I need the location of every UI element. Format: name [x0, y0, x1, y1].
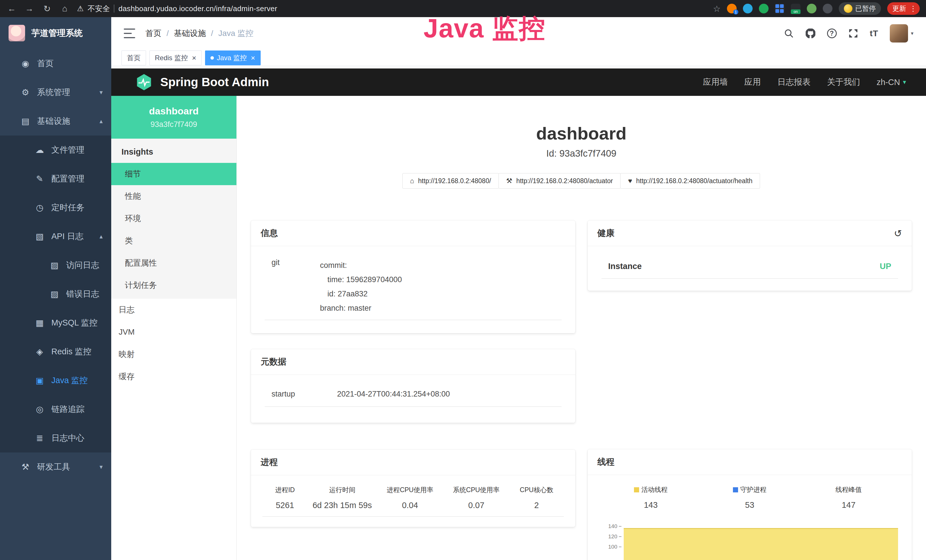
fullscreen-icon[interactable] [848, 28, 858, 38]
back-icon[interactable]: ← [6, 4, 17, 14]
extension-icon-leaf[interactable] [807, 4, 817, 14]
close-icon[interactable]: × [192, 54, 196, 62]
cell-value: 147 [799, 497, 898, 516]
sba-content: dashboard Id: 93a3fc7f7409 ⌂ http://192.… [237, 96, 926, 560]
breadcrumb-current: Java 监控 [218, 28, 254, 39]
breadcrumb-infrastructure[interactable]: 基础设施 [174, 28, 206, 39]
url-text: dashboard.yudao.iocoder.cn/infra/admin-s… [118, 4, 277, 13]
chrome-update-button[interactable]: 更新 ⋮ [887, 2, 920, 15]
sba-menu-mappings[interactable]: 映射 [111, 343, 236, 365]
sba-menu-scheduled-tasks[interactable]: 计划任务 [111, 274, 236, 297]
url-divider [114, 5, 114, 12]
tab-java-monitor[interactable]: Java 监控 × [205, 50, 261, 65]
threads-chart: 140 120 100 [601, 524, 898, 560]
health-link[interactable]: ♥ http://192.168.0.2:48080/actuator/heal… [620, 173, 760, 189]
sidebar-item-access-logs[interactable]: ▨ 访问日志 [0, 251, 111, 280]
update-label: 更新 [892, 4, 906, 13]
sidebar-item-dev-tools[interactable]: ⚒ 研发工具 ▾ [0, 453, 111, 481]
sba-nav-wallboard[interactable]: 应用墙 [703, 76, 728, 88]
sba-brand[interactable]: Spring Boot Admin [135, 73, 269, 91]
sidebar-item-label: 基础设施 [37, 115, 70, 127]
history-icon[interactable]: ↺ [894, 228, 902, 239]
sba-menu-caches[interactable]: 缓存 [111, 365, 236, 388]
sidebar-logo[interactable]: 芋道管理系统 [0, 17, 111, 49]
sba-nav-about[interactable]: 关于我们 [827, 76, 860, 88]
sidebar-item-system-management[interactable]: ⚙ 系统管理 ▾ [0, 78, 111, 107]
sidebar-item-home[interactable]: ◉ 首页 [0, 49, 111, 78]
paused-profile-pill[interactable]: 已暂停 [839, 2, 881, 15]
actuator-link[interactable]: ⚒ http://192.168.0.2:48080/actuator [498, 173, 620, 189]
page-title: dashboard [251, 123, 912, 144]
link-url: http://192.168.0.2:48080/actuator [516, 177, 613, 185]
sidebar-item-file-management[interactable]: ☁ 文件管理 [0, 136, 111, 164]
info-values: commit: time: 1596289704000 id: 27aa832 … [320, 258, 402, 315]
legend-peak-threads: 线程峰值 [799, 483, 898, 497]
font-size-icon[interactable]: tT [870, 29, 878, 38]
clock-icon: ◷ [34, 203, 45, 212]
extension-icon-on[interactable]: on [791, 4, 800, 14]
page-id: Id: 93a3fc7f7409 [251, 148, 912, 159]
pencil-icon: ✎ [34, 174, 45, 184]
tab-home[interactable]: 首页 [121, 50, 146, 65]
log-icon: ▧ [34, 232, 45, 241]
address-bar[interactable]: ⚠ 不安全 dashboard.yudao.iocoder.cn/infra/a… [77, 4, 277, 14]
bookmark-star-icon[interactable]: ☆ [713, 4, 721, 14]
extension-icon-orange[interactable]: 1 [727, 4, 737, 14]
sba-menu-jvm[interactable]: JVM [111, 321, 236, 343]
card-title: 线程 [598, 456, 614, 468]
sba-nav-journal[interactable]: 日志报表 [778, 76, 811, 88]
log-center-icon: ≣ [34, 433, 45, 443]
sidebar-item-java-monitor[interactable]: ▣ Java 监控 [0, 366, 111, 395]
chevron-down-icon: ▾ [100, 89, 103, 96]
instance-links: ⌂ http://192.168.0.2:48080/ ⚒ http://192… [251, 173, 912, 189]
search-icon[interactable] [784, 28, 794, 38]
sba-menu-environment[interactable]: 环境 [111, 207, 236, 230]
sidebar-collapse-icon[interactable] [124, 29, 135, 38]
redis-icon: ◈ [34, 347, 45, 357]
extension-badge: 1 [733, 9, 738, 15]
home-icon[interactable]: ⌂ [59, 4, 70, 14]
extension-icon-drop[interactable] [743, 4, 753, 14]
avatar-image [890, 24, 908, 42]
sidebar-item-scheduled-tasks[interactable]: ◷ 定时任务 [0, 193, 111, 222]
sidebar-item-trace[interactable]: ◎ 链路追踪 [0, 395, 111, 424]
sidebar-item-infrastructure[interactable]: ▤ 基础设施 ▴ [0, 107, 111, 136]
link-url: http://192.168.0.2:48080/ [418, 177, 491, 185]
chart-y-axis: 140 120 100 [601, 524, 622, 560]
card-title: 进程 [261, 456, 278, 468]
breadcrumb-home[interactable]: 首页 [145, 28, 162, 39]
sidebar-item-mysql-monitor[interactable]: ▦ MySQL 监控 [0, 309, 111, 337]
tab-label: Redis 监控 [155, 53, 188, 62]
sba-app-block[interactable]: dashboard 93a3fc7f7409 [111, 96, 236, 139]
sba-menu-classes[interactable]: 类 [111, 230, 236, 252]
github-icon[interactable] [805, 28, 816, 38]
sba-menu-logs[interactable]: 日志 [111, 299, 236, 321]
sidebar-item-config-management[interactable]: ✎ 配置管理 [0, 164, 111, 193]
card-title: 健康 [598, 227, 614, 239]
sba-nav-applications[interactable]: 应用 [744, 76, 761, 88]
extension-icon-dark[interactable] [823, 4, 832, 14]
cell-value: 53 [700, 497, 799, 516]
extension-icon-green[interactable] [759, 4, 769, 14]
extension-icon-grid[interactable] [775, 4, 785, 14]
sba-menu-performance[interactable]: 性能 [111, 185, 236, 207]
sba-language-select[interactable]: zh-CN ▾ [877, 77, 906, 87]
help-icon[interactable]: ? [827, 29, 837, 38]
instance-home-link[interactable]: ⌂ http://192.168.0.2:48080/ [402, 173, 499, 189]
sidebar-item-label: 定时任务 [51, 202, 85, 213]
gear-icon: ⚙ [20, 87, 31, 97]
sidebar-item-log-center[interactable]: ≣ 日志中心 [0, 424, 111, 453]
sba-menu-config-props[interactable]: 配置属性 [111, 252, 236, 274]
close-icon[interactable]: × [251, 54, 255, 62]
sba-menu-details[interactable]: 细节 [111, 163, 236, 185]
forward-icon[interactable]: → [24, 4, 35, 14]
user-avatar[interactable]: ▾ [890, 24, 914, 42]
caret-down-icon: ▾ [911, 30, 914, 36]
sidebar-item-redis-monitor[interactable]: ◈ Redis 监控 [0, 337, 111, 366]
sidebar-item-api-logs[interactable]: ▧ API 日志 ▴ [0, 222, 111, 251]
tab-redis-monitor[interactable]: Redis 监控 × [150, 50, 202, 65]
sidebar-item-error-logs[interactable]: ▨ 错误日志 [0, 280, 111, 309]
logo-avatar [9, 25, 25, 41]
reload-icon[interactable]: ↻ [42, 4, 53, 14]
card-title: 元数据 [261, 356, 286, 368]
